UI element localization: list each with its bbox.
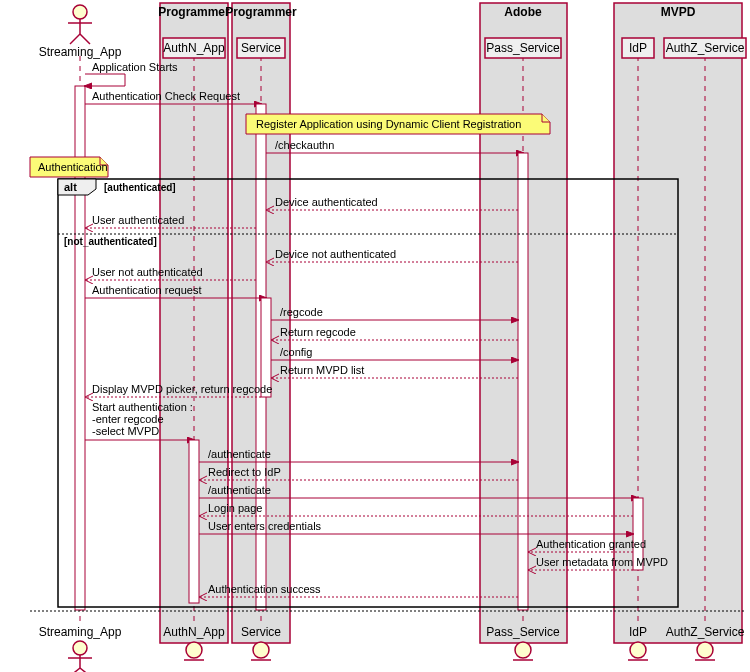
svg-text:Pass_Service: Pass_Service — [486, 625, 560, 639]
svg-text:AuthZ_Service: AuthZ_Service — [666, 41, 745, 55]
svg-text:Service: Service — [241, 41, 281, 55]
alt-guard-2: [not_authenticated] — [64, 236, 157, 247]
group-title-1: Programmer — [158, 5, 230, 19]
svg-text:Start authentication :: Start authentication : — [92, 401, 193, 413]
svg-text:IdP: IdP — [629, 41, 647, 55]
svg-text:/authenticate: /authenticate — [208, 484, 271, 496]
svg-text:Service: Service — [241, 625, 281, 639]
msg-display-picker: Display MVPD picker, return regcode — [85, 383, 272, 397]
svg-text:Authentication granted: Authentication granted — [536, 538, 646, 550]
svg-point-75 — [515, 642, 531, 658]
svg-text:AuthN_App: AuthN_App — [163, 41, 225, 55]
svg-point-81 — [697, 642, 713, 658]
msg-auth-check-request: Authentication Check Request — [85, 90, 261, 104]
msg-authenticate-2: /authenticate — [199, 484, 638, 498]
svg-text:Device authenticated: Device authenticated — [275, 196, 378, 208]
svg-text:Return MVPD list: Return MVPD list — [280, 364, 364, 376]
group-title-2: Programmer — [225, 5, 297, 19]
alt-title-text: alt — [64, 181, 77, 193]
svg-text:Login page: Login page — [208, 502, 262, 514]
actor-top: Streaming_App — [39, 5, 122, 59]
svg-text:Streaming_App: Streaming_App — [39, 625, 122, 639]
svg-text:Display MVPD picker, return re: Display MVPD picker, return regcode — [92, 383, 272, 395]
svg-point-78 — [630, 642, 646, 658]
msg-authenticate-1: /authenticate — [199, 448, 518, 462]
activation-authn-app — [189, 440, 199, 603]
svg-text:AuthZ_Service: AuthZ_Service — [666, 625, 745, 639]
svg-line-66 — [70, 668, 80, 672]
svg-text:/authenticate: /authenticate — [208, 448, 271, 460]
svg-text:Authentication: Authentication — [38, 161, 108, 173]
participant-pass-service-top: Pass_Service — [485, 38, 561, 58]
svg-text:IdP: IdP — [629, 625, 647, 639]
svg-text:User not authenticated: User not authenticated — [92, 266, 203, 278]
svg-text:Application Starts: Application Starts — [92, 61, 178, 73]
svg-text:Redirect to IdP: Redirect to IdP — [208, 466, 281, 478]
svg-point-69 — [186, 642, 202, 658]
svg-text:Register Application using Dyn: Register Application using Dynamic Clien… — [256, 118, 521, 130]
svg-text:Device not authenticated: Device not authenticated — [275, 248, 396, 260]
svg-point-72 — [253, 642, 269, 658]
msg-user-authenticated: User authenticated — [85, 214, 256, 228]
svg-point-0 — [73, 5, 87, 19]
activation-pass-service — [518, 153, 528, 610]
svg-line-3 — [70, 34, 80, 44]
svg-text:Return regcode: Return regcode — [280, 326, 356, 338]
svg-text:Authentication success: Authentication success — [208, 583, 321, 595]
participant-authz-service-top: AuthZ_Service — [664, 38, 746, 58]
svg-text:Authentication request: Authentication request — [92, 284, 201, 296]
actor-label-top: Streaming_App — [39, 45, 122, 59]
group-title-4: MVPD — [661, 5, 696, 19]
svg-text:-select MVPD: -select MVPD — [92, 425, 159, 437]
svg-point-63 — [73, 641, 87, 655]
svg-text:User authenticated: User authenticated — [92, 214, 184, 226]
svg-line-67 — [80, 668, 90, 672]
msg-auth-success: Authentication success — [199, 583, 518, 597]
actor-bottom: Streaming_App — [39, 625, 122, 672]
msg-auth-granted: Authentication granted — [528, 538, 646, 552]
svg-text:AuthN_App: AuthN_App — [163, 625, 225, 639]
svg-text:Authentication Check Request: Authentication Check Request — [92, 90, 240, 102]
participant-authn-app-top: AuthN_App — [163, 38, 225, 58]
svg-text:/regcode: /regcode — [280, 306, 323, 318]
svg-line-4 — [80, 34, 90, 44]
svg-text:User enters credentials: User enters credentials — [208, 520, 322, 532]
group-title-3: Adobe — [504, 5, 542, 19]
note-register: Register Application using Dynamic Clien… — [246, 114, 550, 134]
msg-user-not-authenticated: User not authenticated — [85, 266, 256, 280]
participant-idp-top: IdP — [622, 38, 654, 58]
svg-text:/checkauthn: /checkauthn — [275, 139, 334, 151]
svg-text:User metadata from MVPD: User metadata from MVPD — [536, 556, 668, 568]
participant-service-top: Service — [237, 38, 285, 58]
note-authentication: Authentication — [30, 157, 108, 177]
msg-redirect-to-idp: Redirect to IdP — [199, 466, 518, 480]
svg-text:Pass_Service: Pass_Service — [486, 41, 560, 55]
msg-user-metadata: User metadata from MVPD — [528, 556, 668, 570]
msg-user-credentials: User enters credentials — [199, 520, 633, 534]
alt-guard-1: [authenticated] — [104, 182, 176, 193]
svg-text:/config: /config — [280, 346, 312, 358]
svg-text:-enter regcode: -enter regcode — [92, 413, 164, 425]
